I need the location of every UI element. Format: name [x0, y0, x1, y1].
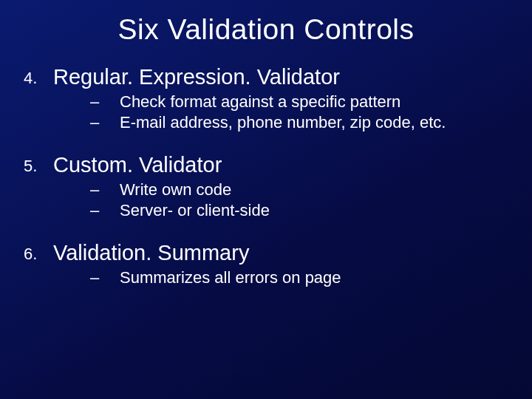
sub-text: Check format against a specific pattern: [120, 92, 400, 112]
list-item: 5. Custom. Validator: [24, 153, 517, 177]
sub-item: – Server- or client-side: [90, 201, 517, 220]
item-number: 4.: [24, 65, 53, 88]
sub-text: Write own code: [120, 180, 231, 200]
item-number: 6.: [24, 241, 53, 264]
sub-text: Server- or client-side: [120, 201, 270, 220]
slide-content: 4. Regular. Expression. Validator – Chec…: [0, 52, 532, 308]
bullet-dash: –: [90, 180, 120, 200]
sublist: – Write own code – Server- or client-sid…: [24, 179, 517, 241]
item-heading: Validation. Summary: [53, 241, 249, 265]
sub-item: – E-mail address, phone number, zip code…: [90, 113, 517, 132]
item-number: 5.: [24, 153, 53, 176]
list-item: 4. Regular. Expression. Validator: [24, 65, 517, 89]
sub-text: E-mail address, phone number, zip code, …: [120, 113, 446, 132]
bullet-dash: –: [90, 113, 120, 132]
sublist: – Summarizes all errors on page: [24, 267, 517, 308]
sub-text: Summarizes all errors on page: [120, 268, 341, 287]
list-item: 6. Validation. Summary: [24, 241, 517, 265]
sub-item: – Check format against a specific patter…: [90, 92, 517, 112]
bullet-dash: –: [90, 201, 120, 220]
slide-title: Six Validation Controls: [0, 0, 532, 52]
sublist: – Check format against a specific patter…: [24, 91, 517, 153]
item-heading: Custom. Validator: [53, 153, 222, 177]
sub-item: – Write own code: [90, 180, 517, 200]
sub-item: – Summarizes all errors on page: [90, 268, 517, 287]
bullet-dash: –: [90, 268, 120, 287]
item-heading: Regular. Expression. Validator: [53, 65, 340, 89]
slide: Six Validation Controls 4. Regular. Expr…: [0, 0, 532, 399]
bullet-dash: –: [90, 92, 120, 112]
